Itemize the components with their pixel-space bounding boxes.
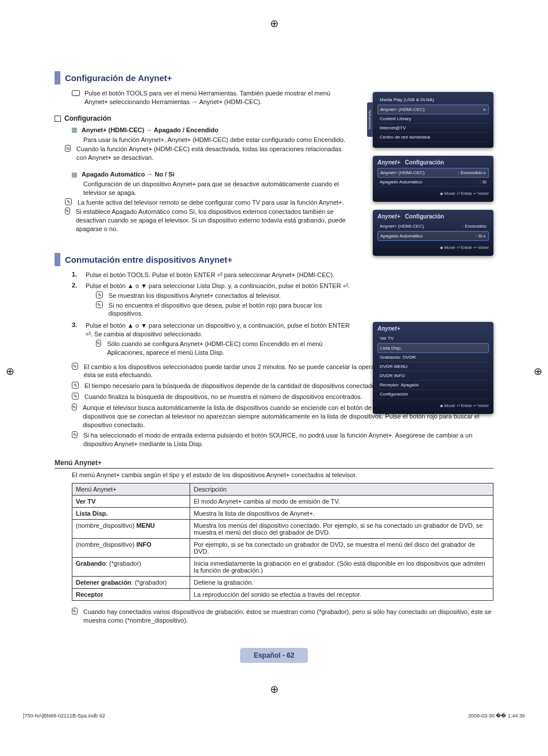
ui2b-footer: ◆ Mover ⏎ Entrar ↩ Volver xyxy=(377,245,489,250)
ui2-row1: Anynet+ (HDMI-CEC): Encendido ▸ xyxy=(377,168,489,178)
ui2b-brand: Anynet+ xyxy=(377,213,400,220)
ui1-item-selected: Anynet+ (HDMI-CEC)▸ xyxy=(377,105,489,114)
table-cell-key: Grabando: (*grabador) xyxy=(72,558,190,577)
ui1-sidebar-tab: Aplicaciones xyxy=(367,102,373,137)
after2: El tiempo necesario para la búsqueda de … xyxy=(84,382,380,390)
ui3-item: Configuración xyxy=(377,390,489,399)
step3-n1: Sólo cuando se configura Anynet+ (HDMI-C… xyxy=(107,340,353,357)
table-cell-value: Inicia inmediatamente la grabación en el… xyxy=(190,558,493,577)
menu-heading: Menú Anynet+ xyxy=(55,459,493,469)
item1-body: Para usar la función Anynet+, Anynet+ (H… xyxy=(83,136,353,144)
step3-body: Pulse el botón ▲ o ▼ para seleccionar un… xyxy=(86,321,353,339)
table-row: Ver TVEl modo Anynet+ cambia al modo de … xyxy=(72,496,493,508)
section1-title: Configuración de Anynet+ xyxy=(55,71,353,85)
step2-body: Pulse el botón ▲ o ▼ para seleccionar Li… xyxy=(86,282,353,290)
tools-icon xyxy=(72,90,80,96)
step-num-3: 3. xyxy=(72,321,81,358)
ui-config-panel-1: Anynet+ Configuración Anynet+ (HDMI-CEC)… xyxy=(373,156,493,202)
step2-n2: Si no encuentra el dispositivo que desea… xyxy=(109,301,353,318)
ui3-item: DVDR INFO xyxy=(377,371,489,381)
table-cell-value: Muestra la lista de dispositivos de Anyn… xyxy=(190,508,493,520)
after3: Cuando finaliza la búsqueda de dispositi… xyxy=(84,393,362,401)
item1-title: Anynet+ (HDMI-CEC) → Apagado / Encendido xyxy=(72,126,353,135)
section1-intro: Pulse el botón TOOLS para ver el menú He… xyxy=(84,89,353,106)
table-cell-key: Lista Disp. xyxy=(72,508,190,520)
note-icon: ✎ xyxy=(72,608,78,615)
page-number-pill: Español - 62 xyxy=(240,648,308,663)
item2-note1: La fuente activa del televisor remoto se… xyxy=(78,198,344,207)
item1-note: Cuando la función Anynet+ (HDMI-CEC) est… xyxy=(76,145,353,162)
item2-title: Apagado Automático → No / Sí xyxy=(72,170,353,179)
table-cell-key: (nombre_dispositivo) MENU xyxy=(72,520,190,539)
table-row: ReceptorLa reproducción del sonido se ef… xyxy=(72,589,493,601)
note-icon: ✎ xyxy=(72,382,79,389)
ui2b-title: Configuración xyxy=(405,213,444,220)
table-col1-header: Menú Anynet+ xyxy=(72,483,190,496)
step1-body: Pulse el botón TOOLS. Pulse el botón ENT… xyxy=(86,271,353,279)
table-row: (nombre_dispositivo) INFOPor ejemplo, si… xyxy=(72,539,493,558)
ui-config-panel-2: Anynet+ Configuración Anynet+ (HDMI-CEC)… xyxy=(373,210,493,256)
crop-mark-bottom: ⊕ xyxy=(270,683,279,696)
table-cell-value: Muestra los menús del dispositivo conect… xyxy=(190,520,493,539)
table-cell-key: Receptor xyxy=(72,589,190,601)
section2-title: Conmutación entre dispositivos Anynet+ xyxy=(55,253,353,266)
ui3-footer: ◆ Mover ⏎ Entrar ↩ Volver xyxy=(377,404,489,408)
ui1-item: Media Play (USB & DLNA) xyxy=(377,95,489,105)
menu-intro: El menú Anynet+ cambia según el tipo y e… xyxy=(72,471,493,479)
note-icon: ✎ xyxy=(65,208,70,214)
ui1-item: Internet@TV xyxy=(377,124,489,133)
ui2-title: Configuración xyxy=(405,159,444,166)
table-cell-value: Por ejemplo, si se ha conectado un graba… xyxy=(190,539,493,558)
ui2-footer: ◆ Mover ⏎ Entrar ↩ Volver xyxy=(377,191,489,196)
doc-footer-left: [750-NA]BN68-02111B-Spa.indb 62 xyxy=(23,713,105,719)
note-icon: ✎ xyxy=(96,291,103,298)
ui2b-row1: Anynet+ (HDMI-CEC): Encendido xyxy=(377,222,489,231)
step-num-2: 2. xyxy=(72,282,81,319)
note-icon: N xyxy=(65,145,71,152)
note-icon: ✎ xyxy=(72,393,79,400)
table-cell-key: (nombre_dispositivo) INFO xyxy=(72,539,190,558)
after5: Si ha seleccionado el modo de entrada ex… xyxy=(83,431,493,448)
note-icon: ✎ xyxy=(96,301,103,308)
step-num-1: 1. xyxy=(72,271,81,279)
ui1-item: Content Library xyxy=(377,114,489,124)
table-row: Grabando: (*grabador)Inicia inmediatamen… xyxy=(72,558,493,577)
ui-device-list-panel: Anynet+ Ver TV Lista Disp. Grabando: DVD… xyxy=(373,322,493,414)
ui3-item: Ver TV xyxy=(377,334,489,343)
ui3-item: Receptor: Apagado xyxy=(377,381,489,390)
ui2-row2: Apagado Automático: Sí xyxy=(377,178,489,187)
table-cell-key: Ver TV xyxy=(72,496,190,508)
anynet-menu-table: Menú Anynet+ Descripción Ver TVEl modo A… xyxy=(72,483,493,601)
note-icon: ✎ xyxy=(72,431,78,438)
ui-apps-panel: Aplicaciones Media Play (USB & DLNA) Any… xyxy=(373,92,493,148)
table-row: Detener grabación: (*grabador)Detiene la… xyxy=(72,577,493,589)
ui3-item-selected: Lista Disp. xyxy=(377,343,489,353)
doc-footer-right: 2009-03-30 �� 1:44:36 xyxy=(468,713,525,719)
ui3-brand: Anynet+ xyxy=(377,325,489,332)
config-label: Configuración xyxy=(64,114,111,122)
table-col2-header: Descripción xyxy=(190,483,493,496)
ui3-item: DVDR MENU xyxy=(377,362,489,371)
table-cell-key: Detener grabación: (*grabador) xyxy=(72,577,190,589)
table-cell-value: Detiene la grabación. xyxy=(190,577,493,589)
table-cell-value: El modo Anynet+ cambia al modo de emisió… xyxy=(190,496,493,508)
note-icon: ✎ xyxy=(65,198,72,205)
note-icon: ✎ xyxy=(72,363,78,370)
table-row: (nombre_dispositivo) MENUMuestra los men… xyxy=(72,520,493,539)
note-icon: ✎ xyxy=(72,404,77,410)
item2-note2: Si establece Apagado Automático como Sí,… xyxy=(76,208,353,233)
item2-body: Configuración de un dispositivo Anynet+ … xyxy=(83,180,353,197)
crop-mark-right: ⊕ xyxy=(534,365,542,378)
config-subheading: Configuración xyxy=(55,114,353,122)
menu-footnote: Cuando hay conectados varios dispositivo… xyxy=(83,608,493,625)
crop-mark-left: ⊕ xyxy=(6,365,14,378)
ui2-brand: Anynet+ xyxy=(377,159,400,166)
ui2b-row2: Apagado Automático: Sí ▸ xyxy=(377,231,489,241)
ui3-item: Grabando: DVDR xyxy=(377,353,489,362)
note-icon: ✎ xyxy=(96,340,101,347)
ui1-item: Centro de red doméstica xyxy=(377,133,489,142)
table-row: Lista Disp.Muestra la lista de dispositi… xyxy=(72,508,493,520)
step2-n1: Se muestran los dispositivos Anynet+ con… xyxy=(109,291,281,300)
table-cell-value: La reproducción del sonido se efectúa a … xyxy=(190,589,493,601)
